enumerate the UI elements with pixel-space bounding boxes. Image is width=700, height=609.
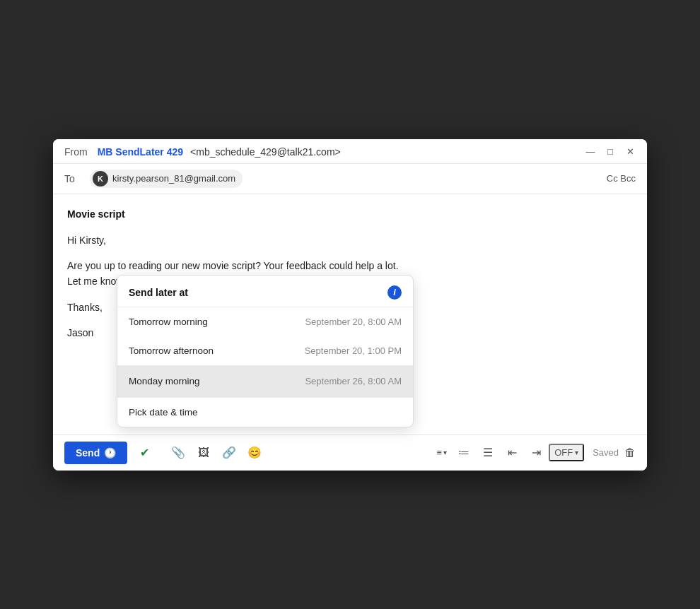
format-toolbar: ≡ ▾ ≔ ☰ ⇤ ⇥ OFF ▾ (269, 442, 584, 464)
option-label-2: Monday morning (129, 376, 200, 386)
window-controls: — □ ✕ (585, 146, 636, 158)
attach-button[interactable]: 📎 (167, 442, 189, 464)
to-label: To (64, 173, 81, 184)
check-button[interactable]: ✔ (133, 441, 156, 465)
align-chevron: ▾ (443, 449, 447, 456)
send-later-header: Send later at i (117, 276, 413, 307)
from-label: From (64, 146, 88, 158)
send-later-panel: Send later at i Tomorrow morning Septemb… (117, 275, 414, 427)
attach-icon: 📎 (171, 446, 185, 459)
delete-button[interactable]: 🗑 (624, 447, 636, 459)
align-icon: ≡ (437, 447, 443, 458)
close-button[interactable]: ✕ (624, 146, 636, 158)
email-body[interactable]: Movie script Hi Kirsty, Are you up to re… (53, 194, 647, 434)
email-greeting: Hi Kirsty, (67, 232, 633, 248)
to-row: To K kirsty.pearson_81@gmail.com Cc Bcc (53, 164, 647, 194)
option-date-2: September 26, 8:00 AM (305, 376, 402, 386)
sender-info: From MB SendLater 429 <mb_schedule_429@t… (64, 146, 341, 158)
off-toggle[interactable]: OFF ▾ (549, 444, 584, 461)
sender-email: <mb_schedule_429@talk21.com> (190, 146, 341, 158)
option-tomorrow-afternoon[interactable]: Tomorrow afternoon September 20, 1:00 PM (117, 336, 413, 365)
check-icon: ✔ (140, 446, 149, 459)
cc-bcc-button[interactable]: Cc Bcc (607, 173, 636, 184)
send-button[interactable]: Send 🕐 (64, 442, 127, 464)
send-label: Send (76, 447, 100, 459)
option-label-1: Tomorrow afternoon (129, 345, 214, 356)
recipient-email: kirsty.pearson_81@gmail.com (112, 173, 235, 184)
sender-name: MB SendLater 429 (98, 146, 183, 158)
option-label-3: Pick date & time (129, 407, 198, 418)
compose-toolbar: Send 🕐 ✔ 📎 🖼 🔗 😊 ≡ ▾ ≔ ☰ (53, 434, 647, 471)
link-icon: 🔗 (222, 446, 236, 459)
emoji-button[interactable]: 😊 (243, 442, 266, 464)
trash-icon: 🗑 (624, 447, 636, 459)
unordered-list-button[interactable]: ☰ (477, 442, 499, 464)
indent-increase-button[interactable]: ⇥ (525, 442, 547, 464)
title-bar: From MB SendLater 429 <mb_schedule_429@t… (53, 139, 647, 164)
unordered-list-icon: ☰ (483, 446, 493, 459)
off-chevron: ▾ (575, 449, 578, 456)
option-label-0: Tomorrow morning (129, 317, 208, 327)
recipient-chip[interactable]: K kirsty.pearson_81@gmail.com (90, 170, 243, 188)
indent-increase-icon: ⇥ (532, 446, 541, 459)
emoji-icon: 😊 (247, 446, 262, 459)
image-button[interactable]: 🖼 (192, 442, 215, 464)
info-icon[interactable]: i (387, 285, 402, 300)
option-tomorrow-morning[interactable]: Tomorrow morning September 20, 8:00 AM (117, 307, 413, 336)
compose-window: From MB SendLater 429 <mb_schedule_429@t… (53, 139, 647, 471)
email-subject: Movie script (67, 208, 633, 220)
ordered-list-button[interactable]: ≔ (453, 442, 475, 464)
option-date-1: September 20, 1:00 PM (305, 345, 402, 356)
toolbar-right: Saved 🗑 (593, 447, 636, 459)
align-button[interactable]: ≡ ▾ (433, 444, 452, 461)
ordered-list-icon: ≔ (458, 446, 469, 459)
indent-decrease-button[interactable]: ⇤ (501, 442, 523, 464)
option-monday-morning[interactable]: Monday morning September 26, 8:00 AM (117, 365, 413, 398)
clock-icon: 🕐 (104, 447, 116, 459)
minimize-button[interactable]: — (585, 146, 596, 158)
option-pick-date[interactable]: Pick date & time (117, 398, 413, 427)
send-later-title: Send later at (129, 287, 188, 298)
saved-label: Saved (593, 447, 619, 458)
maximize-button[interactable]: □ (605, 146, 616, 158)
option-date-0: September 20, 8:00 AM (305, 317, 402, 327)
off-label: OFF (554, 447, 573, 458)
recipient-avatar: K (93, 171, 108, 187)
indent-decrease-icon: ⇤ (508, 446, 517, 459)
link-button[interactable]: 🔗 (218, 442, 240, 464)
image-icon: 🖼 (198, 447, 209, 459)
